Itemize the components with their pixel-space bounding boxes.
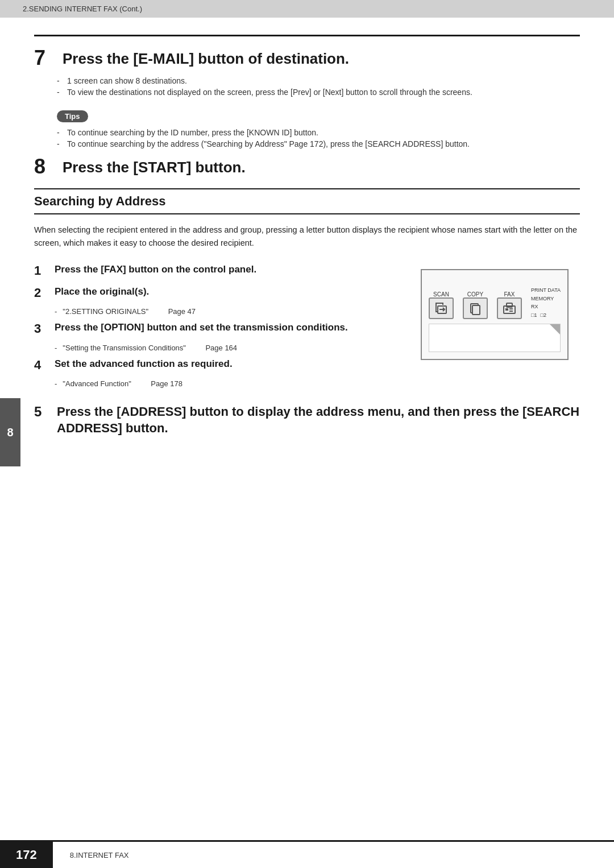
- copy-label: COPY: [463, 291, 488, 297]
- side-tab: 8: [0, 398, 20, 466]
- print-data-label: PRINT DATA: [531, 286, 561, 294]
- svg-rect-6: [505, 308, 508, 311]
- tips-bullet-1: To continue searching by the ID number, …: [57, 128, 580, 137]
- step-7-heading: Press the [E-MAIL] button of destination…: [63, 48, 349, 68]
- step-5-row: 5 Press the [ADDRESS] button to display …: [34, 404, 580, 436]
- step-5-large: 5 Press the [ADDRESS] button to display …: [34, 404, 580, 436]
- small-step-4-number: 4: [34, 358, 55, 373]
- panel-top-row: SCAN COPY: [429, 277, 561, 319]
- header-text: 2.SENDING INTERNET FAX (Cont.): [23, 5, 142, 13]
- small-step-1-heading: Press the [FAX] button on the control pa…: [55, 263, 256, 276]
- step-8-number: 8: [34, 156, 63, 177]
- step-8-heading: Press the [START] button.: [63, 156, 246, 176]
- scan-button: [429, 297, 454, 319]
- scan-label: SCAN: [429, 291, 454, 297]
- small-step-4-sub: "Advanced Function" Page 178: [55, 379, 404, 388]
- scan-group: SCAN: [429, 291, 454, 319]
- step-5-heading: Press the [ADDRESS] button to display th…: [57, 404, 580, 436]
- small-step-3: 3 Press the [OPTION] button and set the …: [34, 321, 404, 336]
- copy-group: COPY: [463, 291, 488, 319]
- side-tab-number: 8: [7, 426, 13, 439]
- step-7: 7 Press the [E-MAIL] button of destinati…: [34, 48, 580, 68]
- panel-bottom-area: [429, 324, 561, 352]
- num-labels: □1 □2: [531, 311, 561, 319]
- step-7-number: 7: [34, 48, 63, 68]
- fax-label: FAX: [497, 291, 522, 297]
- step-5-number: 5: [34, 404, 57, 420]
- steps-column: 1 Press the [FAX] button on the control …: [34, 263, 404, 394]
- top-divider: [34, 35, 580, 36]
- panel-corner-mark: [550, 324, 560, 334]
- searching-section-bar: Searching by Address: [34, 188, 580, 214]
- main-content: 7 Press the [E-MAIL] button of destinati…: [0, 18, 614, 459]
- footer-page-number: 172: [0, 842, 53, 868]
- memory-rx-label: MEMORY RX: [531, 295, 561, 311]
- fax-group: FAX: [497, 291, 522, 319]
- svg-rect-3: [472, 305, 480, 315]
- footer-label: 8.INTERNET FAX: [53, 851, 129, 859]
- small-step-2-sub: "2.SETTING ORIGINALS" Page 47: [55, 307, 404, 316]
- small-step-1: 1 Press the [FAX] button on the control …: [34, 263, 404, 278]
- searching-section-title: Searching by Address: [34, 194, 165, 208]
- step-4-sub-text: "Advanced Function" Page 178: [55, 379, 404, 388]
- num2: □2: [540, 311, 546, 319]
- tips-badge: Tips: [57, 110, 88, 122]
- step-8: 8 Press the [START] button.: [34, 156, 580, 177]
- panel-box: SCAN COPY: [421, 269, 569, 360]
- right-labels-group: PRINT DATA MEMORY RX □1 □2: [531, 277, 561, 319]
- small-step-4-heading: Set the advanced function as required.: [55, 358, 233, 370]
- step-7-bullets: 1 screen can show 8 destinations. To vie…: [57, 76, 580, 97]
- small-step-2-number: 2: [34, 286, 55, 300]
- copy-button: [463, 297, 488, 319]
- small-step-3-heading: Press the [OPTION] button and set the tr…: [55, 321, 348, 334]
- step-7-bullet-1: 1 screen can show 8 destinations.: [57, 76, 580, 85]
- num1: □1: [531, 311, 537, 319]
- searching-body: When selecting the recipient entered in …: [34, 224, 580, 250]
- tips-bullets: To continue searching by the ID number, …: [57, 128, 580, 148]
- top-header: 2.SENDING INTERNET FAX (Cont.): [0, 0, 614, 18]
- control-panel-image: SCAN COPY: [421, 263, 580, 360]
- step-3-sub-text: "Setting the Transmission Conditions" Pa…: [55, 344, 404, 352]
- small-step-3-sub: "Setting the Transmission Conditions" Pa…: [55, 344, 404, 352]
- fax-button: [497, 297, 522, 319]
- small-step-1-number: 1: [34, 263, 55, 278]
- page-footer: 172 8.INTERNET FAX: [0, 840, 614, 868]
- tips-bullet-2: To continue searching by the address ("S…: [57, 139, 580, 148]
- step-7-bullet-2: To view the destinations not displayed o…: [57, 88, 580, 97]
- small-step-4: 4 Set the advanced function as required.: [34, 358, 404, 373]
- small-step-2-heading: Place the original(s).: [55, 286, 149, 298]
- small-step-2: 2 Place the original(s).: [34, 286, 404, 300]
- small-step-3-number: 3: [34, 321, 55, 336]
- two-col-layout: 1 Press the [FAX] button on the control …: [34, 263, 580, 394]
- step-2-sub-text: "2.SETTING ORIGINALS" Page 47: [55, 307, 404, 316]
